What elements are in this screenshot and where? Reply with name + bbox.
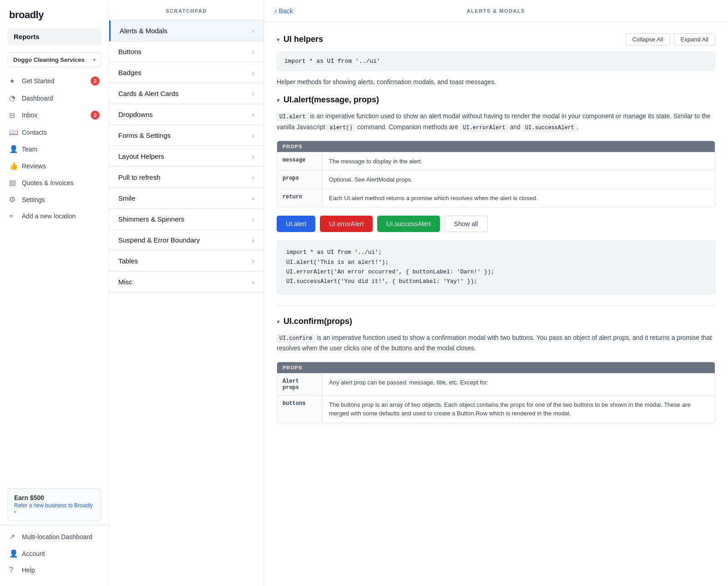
menu-item-alerts-modals[interactable]: Alerts & Modals › [109,20,263,41]
inline-code-success-alert: UI.successAlert [522,124,577,132]
menu-label: Suspend & Error Boundary [118,236,200,244]
menu-item-buttons[interactable]: Buttons › [109,41,263,62]
sidebar-item-reviews[interactable]: 👍 Reviews [4,158,105,174]
multi-location-icon: ↗ [9,532,17,541]
ui-success-alert-button[interactable]: UI.successAlert [377,216,440,232]
sidebar-item-account[interactable]: 👤 Account [4,546,105,561]
scratchpad-header: SCRATCHPAD [109,0,263,20]
inline-code-ui-alert: UI.alert [277,113,308,121]
menu-label: Misc [118,278,132,286]
sidebar-item-add-location[interactable]: + Add a new location [4,208,105,224]
logo-area: broadly [0,0,109,28]
menu-item-forms[interactable]: Forms & Settings › [109,125,263,146]
props-row: Alert props Any alert prop can be passed… [277,373,715,395]
menu-label: Cards & Alert Cards [118,90,179,97]
sidebar-bottom: ↗ Multi-location Dashboard 👤 Account ? H… [0,525,109,586]
reports-box[interactable]: Reports [7,28,101,45]
prop-value: The message to display in the alert. [323,152,715,171]
props-header: PROPS [277,362,715,373]
menu-label: Buttons [118,48,142,56]
props-row: return Each UI.alert method returns a pr… [277,189,715,207]
menu-item-badges[interactable]: Badges › [109,62,263,83]
collapse-toggle[interactable]: ▾ [277,318,280,325]
middle-panel: SCRATCHPAD Alerts & Modals › Buttons › B… [109,0,264,586]
team-icon: 👤 [9,145,17,153]
ui-alert-description: UI.alert is an imperative function used … [277,111,715,132]
earn-link[interactable]: Refer a new business to Broadly › [14,502,95,515]
menu-item-layout-helpers[interactable]: Layout Helpers › [109,146,263,167]
action-buttons: UI.alert UI.errorAlert UI.successAlert S… [277,216,715,232]
inline-code-ui-confirm: UI.confirm [277,334,315,343]
menu-item-smile[interactable]: Smile › [109,188,263,209]
collapse-all-button[interactable]: Collapse All [626,33,670,45]
sidebar-item-label: Contacts [22,129,100,136]
collapse-toggle[interactable]: ▾ [277,96,280,104]
sidebar-item-label: Add a new location [22,212,100,220]
menu-item-misc[interactable]: Misc › [109,272,263,293]
import-code: import * as UI from '../ui' [277,52,715,71]
prop-value: The buttons prop is an array of two obje… [323,396,715,423]
props-table-confirm: PROPS Alert props Any alert prop can be … [277,362,715,423]
sidebar-item-settings[interactable]: ⚙ Settings [4,192,105,207]
chevron-right-icon: › [252,174,254,181]
inline-code-error-alert: UI.errorAlert [460,124,508,132]
menu-item-dropdowns[interactable]: Dropdowns › [109,104,263,125]
menu-label: Smile [118,194,136,202]
inbox-icon: ⊟ [9,111,17,120]
menu-item-shimmers[interactable]: Shimmers & Spinners › [109,209,263,230]
add-location-icon: + [9,212,17,220]
sidebar-item-dashboard[interactable]: ◔ Dashboard [4,90,105,106]
menu-item-cards[interactable]: Cards & Alert Cards › [109,83,263,104]
sidebar-item-label: Inbox [22,111,91,119]
menu-label: Alerts & Modals [120,27,167,35]
sidebar-item-team[interactable]: 👤 Team [4,141,105,157]
dashboard-icon: ◔ [9,94,17,102]
menu-item-tables[interactable]: Tables › [109,251,263,272]
props-row: message The message to display in the al… [277,152,715,171]
chevron-right-icon: › [252,111,254,118]
ui-error-alert-button[interactable]: UI.errorAlert [320,216,373,232]
code-example: import * as UI from '../ui'; UI.alert('T… [277,240,715,294]
chevron-right-icon: › [252,278,254,286]
section-title: UI helpers [283,35,626,44]
show-all-button[interactable]: Show all [445,216,488,232]
sidebar-item-contacts[interactable]: 📖 Contacts [4,124,105,140]
ui-confirm-description: UI.confirm is an imperative function use… [277,333,715,354]
ui-alert-title: UI.alert(message, props) [283,95,715,105]
ui-alert-header: ▾ UI.alert(message, props) [277,95,715,105]
ui-alert-button[interactable]: UI.alert [277,216,315,232]
help-icon: ? [9,566,17,574]
sidebar-item-get-started[interactable]: ✦ Get Started 2 [4,73,105,89]
menu-label: Tables [118,257,138,265]
back-button[interactable]: ‹ Back [275,7,293,15]
sidebar-item-label: Account [22,550,100,557]
badge: 2 [91,76,100,86]
helper-description: Helper methods for showing alerts, confi… [277,77,715,87]
chevron-right-icon: › [252,216,254,223]
earn-box: Earn $500 Refer a new business to Broadl… [7,488,101,521]
sidebar-item-label: Settings [22,196,100,203]
section-actions: Collapse All Expand All [626,33,715,45]
sidebar-item-quotes-invoices[interactable]: ▤ Quotes & Invoices [4,175,105,191]
prop-key: props [277,171,323,189]
chevron-right-icon: › [252,258,254,265]
chevron-right-icon: › [252,27,254,35]
sidebar-item-label: Team [22,146,100,153]
sidebar-item-multi-location[interactable]: ↗ Multi-location Dashboard [4,529,105,545]
menu-item-pull-to-refresh[interactable]: Pull to refresh › [109,167,263,188]
get-started-icon: ✦ [9,77,17,86]
account-icon: 👤 [9,549,17,558]
contacts-icon: 📖 [9,128,17,136]
sidebar-item-label: Get Started [22,77,91,85]
chevron-right-icon: › [252,237,254,244]
company-selector[interactable]: Doggo Cleaning Services ▾ [7,52,101,67]
menu-item-suspend[interactable]: Suspend & Error Boundary › [109,230,263,251]
props-row: props Optional. See AlertModal props. [277,170,715,189]
badge: 2 [91,111,100,120]
sidebar-item-inbox[interactable]: ⊟ Inbox 2 [4,107,105,123]
chevron-right-icon: › [252,69,254,76]
collapse-toggle[interactable]: ▾ [277,36,280,43]
sidebar-item-help[interactable]: ? Help [4,562,105,578]
expand-all-button[interactable]: Expand All [674,33,715,45]
chevron-right-icon: › [252,153,254,160]
